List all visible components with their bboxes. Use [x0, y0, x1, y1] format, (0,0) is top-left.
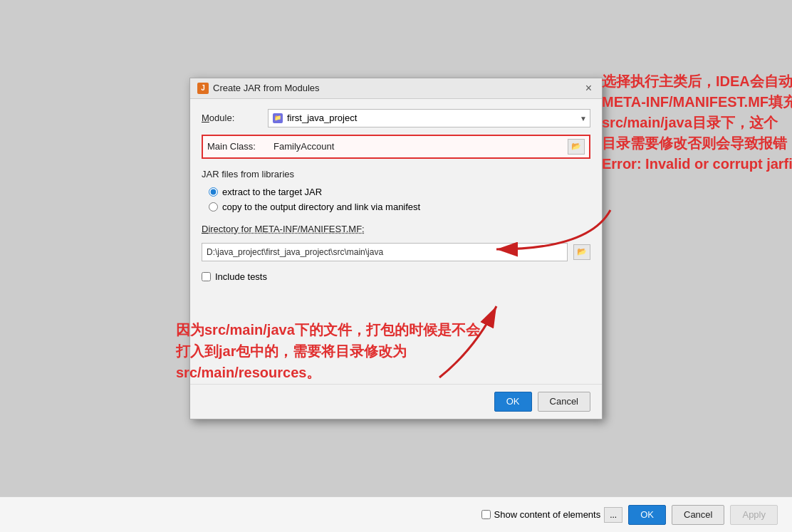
main-class-input[interactable] [273, 139, 562, 155]
titlebar-left: J Create JAR from Modules [197, 83, 320, 94]
dir-browse-button[interactable]: 📂 [573, 244, 590, 260]
show-content-checkbox[interactable] [481, 510, 491, 519]
ide-bottom-bar: Show content of elements ... OK Cancel A… [0, 496, 792, 532]
dialog-title: Create JAR from Modules [213, 83, 320, 93]
radio-copy[interactable] [209, 202, 218, 212]
module-row: Module: 📁 first_java_project ▼ [202, 109, 590, 127]
radio-group: extract to the target JAR copy to the ou… [202, 187, 590, 212]
dir-row: 📂 [202, 243, 590, 261]
close-button[interactable]: × [583, 83, 595, 94]
main-class-browse-button[interactable]: 📂 [568, 139, 585, 155]
jar-files-label: JAR files from libraries [202, 169, 590, 179]
show-content-area: Show content of elements ... [481, 507, 623, 523]
ellipsis-button[interactable]: ... [604, 507, 622, 523]
dialog-create-jar: J Create JAR from Modules × Module: 📁 fi… [189, 78, 603, 419]
module-icon: 📁 [273, 113, 283, 123]
dialog-icon: J [197, 83, 209, 94]
ide-cancel-button[interactable]: Cancel [672, 505, 724, 525]
main-class-row: Main Class: 📂 [202, 135, 590, 159]
include-tests-label[interactable]: Include tests [215, 271, 267, 282]
radio-extract-row[interactable]: extract to the target JAR [209, 187, 590, 197]
ok-button[interactable]: OK [494, 392, 532, 412]
dropdown-arrow-icon: ▼ [580, 114, 587, 122]
show-content-label[interactable]: Show content of elements [494, 509, 601, 520]
main-class-label: Main Class: [207, 141, 268, 152]
module-label: Module: [202, 113, 262, 123]
module-value: first_java_project [287, 113, 357, 123]
dialog-titlebar: J Create JAR from Modules × [190, 78, 602, 99]
dialog-overlay: J Create JAR from Modules × Module: 📁 fi… [0, 0, 792, 532]
radio-extract-label[interactable]: extract to the target JAR [222, 187, 322, 197]
radio-copy-row[interactable]: copy to the output directory and link vi… [209, 202, 590, 212]
radio-extract[interactable] [209, 187, 218, 197]
include-tests-row[interactable]: Include tests [202, 271, 590, 282]
radio-copy-label[interactable]: copy to the output directory and link vi… [222, 202, 420, 212]
include-tests-checkbox[interactable] [202, 272, 211, 281]
dir-label: Directory for META-INF/MANIFEST.MF: [202, 224, 365, 234]
ide-ok-button[interactable]: OK [628, 505, 666, 525]
ide-apply-button[interactable]: Apply [730, 505, 778, 525]
module-dropdown[interactable]: 📁 first_java_project ▼ [268, 109, 590, 127]
cancel-button[interactable]: Cancel [538, 392, 590, 412]
dialog-footer: OK Cancel [190, 384, 602, 419]
annotation-text-top: 选择执行主类后，IDEA会自动为 META-INF/MANIFEST.MF填充到… [602, 71, 792, 174]
dialog-body: Module: 📁 first_java_project ▼ Main Clas… [190, 99, 602, 384]
dir-input[interactable] [202, 243, 568, 261]
